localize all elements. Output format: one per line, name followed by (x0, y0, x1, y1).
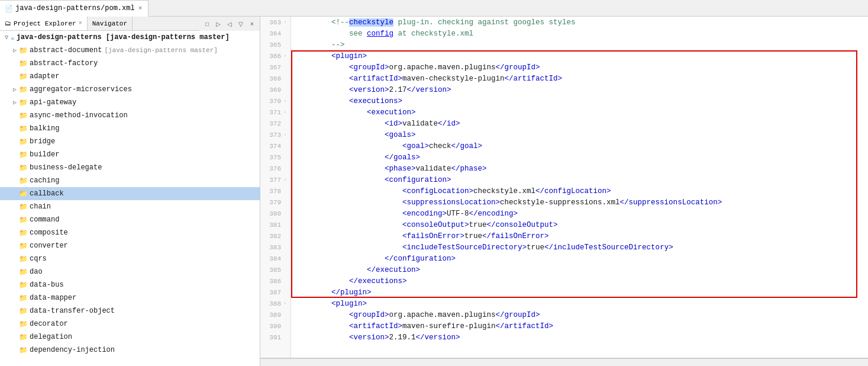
line-num-row: 368 (260, 73, 291, 84)
folder-icon: 📁 (19, 294, 28, 303)
line-num-row: 373◦ (260, 129, 291, 140)
list-item[interactable]: 📁 caching (0, 174, 260, 187)
item-expand-arrow: ▷ (11, 86, 19, 93)
list-item[interactable]: 📁 cqrs (0, 252, 260, 265)
list-item[interactable]: ▷ 📁 aggregator-microservices (0, 83, 260, 96)
list-item[interactable]: 📁 chain (0, 200, 260, 213)
tab-navigator[interactable]: Navigator (88, 17, 133, 30)
item-label: bridge (30, 137, 55, 146)
list-item-callback[interactable]: 📁 callback (0, 187, 260, 200)
code-line-380: <encoding>UTF-8</encoding> (291, 208, 868, 219)
folder-icon: 📁 (19, 242, 28, 251)
item-label: chain (30, 203, 51, 211)
list-item[interactable]: 📁 business-delegate (0, 161, 260, 174)
code-line-390: <artifactId>maven-surefire-plugin</artif… (291, 320, 868, 332)
toolbar-close-btn[interactable]: × (247, 18, 257, 29)
code-line-366: <plugin> (291, 50, 868, 62)
toolbar-down-btn[interactable]: ▽ (235, 18, 246, 29)
line-num-row: 367 (260, 62, 291, 73)
editor-tab-label: java-design-patterns/pom.xml (15, 4, 135, 12)
item-label: builder (30, 150, 59, 159)
item-label: delegation (30, 333, 72, 341)
list-item[interactable]: 📁 command (0, 213, 260, 226)
list-item[interactable]: ▷ 📁 abstract-document [java-design-patte… (0, 44, 260, 57)
code-line-367: <groupId>org.apache.maven.plugins</group… (291, 62, 868, 73)
code-line-371: <execution> (291, 107, 868, 118)
item-label: aggregator-microservices (30, 85, 132, 94)
line-num-row: 383 (260, 242, 291, 253)
code-editor: 363◦ 364 365 366◦ 367 368 369 370◦ 371◦ … (260, 17, 868, 366)
line-num-row: 379 (260, 197, 291, 208)
code-line-365: --> (291, 39, 868, 50)
navigator-label: Navigator (92, 20, 127, 27)
list-item[interactable]: 📁 composite (0, 226, 260, 239)
toolbar-forward-btn[interactable]: ▷ (213, 18, 224, 29)
line-num-row: 378 (260, 185, 291, 197)
item-expand-arrow: ▷ (11, 47, 19, 54)
list-item[interactable]: 📁 delegation (0, 330, 260, 343)
editor-tab-close[interactable]: × (137, 5, 144, 12)
folder-icon: 📁 (19, 98, 28, 107)
list-item[interactable]: ▷ 📁 api-gateway (0, 96, 260, 109)
project-icon: ☕ (11, 34, 15, 41)
tree-root[interactable]: ▽ ☕ java-design-patterns [java-design-pa… (0, 31, 260, 44)
tab-project-explorer[interactable]: 🗂 Project Explorer × (0, 17, 88, 30)
list-item[interactable]: 📁 balking (0, 122, 260, 135)
item-label: abstract-document (30, 46, 102, 54)
line-numbers: 363◦ 364 365 366◦ 367 368 369 370◦ 371◦ … (260, 17, 291, 358)
folder-icon: 📁 (19, 346, 28, 355)
toolbar-collapse-btn[interactable]: □ (202, 18, 212, 29)
line-num-row: 377◦ (260, 174, 291, 185)
folder-icon: 📁 (19, 111, 28, 120)
list-item[interactable]: 📁 bridge (0, 135, 260, 148)
folder-icon: 📁 (19, 229, 28, 237)
item-label: api-gateway (30, 98, 76, 107)
list-item[interactable]: 📁 abstract-factory (0, 57, 260, 70)
item-expand-arrow: ▷ (11, 99, 19, 106)
list-item[interactable]: 📁 adapter (0, 70, 260, 83)
line-num-row: 365 (260, 39, 291, 50)
item-label: async-method-invocation (30, 111, 128, 120)
code-line-372: <id>validate</id> (291, 118, 868, 129)
main-area: 🗂 Project Explorer × Navigator □ ▷ ◁ ▽ ×… (0, 17, 868, 366)
code-line-379: <suppressionsLocation>checkstyle-suppres… (291, 197, 868, 208)
list-item[interactable]: 📁 converter (0, 239, 260, 252)
line-num-row: 390 (260, 320, 291, 332)
code-content[interactable]: <!--checkstyle plug-in. checking against… (291, 17, 868, 358)
list-item[interactable]: 📁 decorator (0, 317, 260, 330)
folder-icon: 📁 (19, 46, 28, 55)
editor-tab-pom[interactable]: 📄 java-design-patterns/pom.xml × (0, 0, 149, 17)
horizontal-scrollbar[interactable] (260, 358, 868, 366)
root-label: java-design-patterns [java-design-patter… (17, 33, 230, 41)
list-item[interactable]: 📁 data-transfer-object (0, 304, 260, 317)
code-line-386: </executions> (291, 275, 868, 287)
project-tree[interactable]: ▽ ☕ java-design-patterns [java-design-pa… (0, 31, 260, 366)
list-item[interactable]: 📁 builder (0, 148, 260, 161)
folder-icon: 📁 (19, 150, 28, 159)
folder-icon: 📁 (19, 203, 28, 211)
folder-icon: 📁 (19, 176, 28, 185)
folder-icon: 📁 (19, 124, 28, 133)
list-item[interactable]: 📁 data-mapper (0, 291, 260, 304)
line-num-row: 382 (260, 230, 291, 242)
project-explorer-close[interactable]: × (79, 20, 82, 27)
item-label: data-bus (30, 281, 64, 289)
item-label: decorator (30, 320, 68, 328)
line-num-row: 364 (260, 28, 291, 39)
list-item[interactable]: 📁 dao (0, 265, 260, 278)
folder-icon: 📁 (19, 190, 28, 198)
code-line-368: <artifactId>maven-checkstyle-plugin</art… (291, 73, 868, 84)
item-sublabel: [java-design-patterns master] (104, 47, 217, 54)
code-line-373: <goals> (291, 129, 868, 140)
item-label: dao (30, 268, 43, 276)
list-item[interactable]: 📁 async-method-invocation (0, 109, 260, 122)
root-expand-arrow: ▽ (2, 34, 11, 41)
toolbar-back-btn[interactable]: ◁ (224, 18, 235, 29)
line-num-row: 375 (260, 152, 291, 163)
list-item[interactable]: 📁 data-bus (0, 278, 260, 291)
code-line-387: </plugin> (291, 287, 868, 298)
code-line-388: <plugin> (291, 298, 868, 309)
list-item[interactable]: 📁 dependency-injection (0, 343, 260, 357)
left-panel: 🗂 Project Explorer × Navigator □ ▷ ◁ ▽ ×… (0, 17, 260, 366)
code-line-383: <includeTestSourceDirectory>true</includ… (291, 242, 868, 253)
